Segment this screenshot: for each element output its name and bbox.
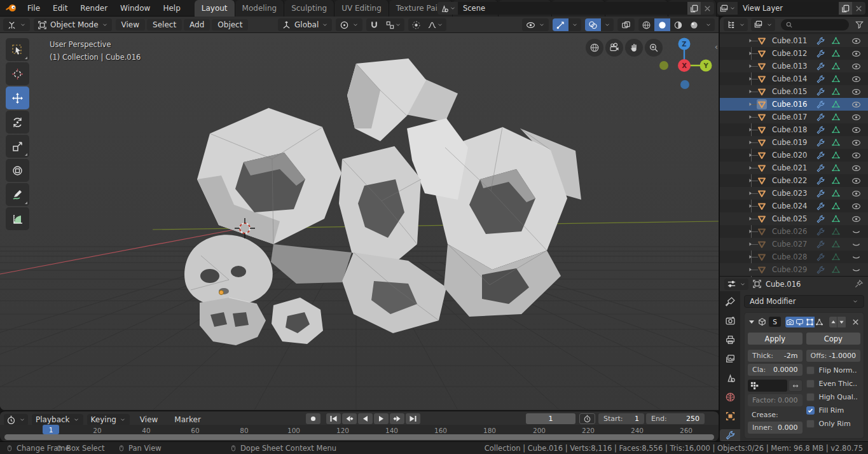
modifier-wrench-icon[interactable] xyxy=(816,240,825,249)
workspace-tab[interactable]: UV Editing xyxy=(334,0,389,17)
snap-settings-dropdown[interactable] xyxy=(382,18,404,31)
modifier-wrench-icon[interactable] xyxy=(816,176,825,186)
timeline-marker-menu[interactable]: Marker xyxy=(168,413,207,426)
current-frame-field[interactable]: 1 xyxy=(526,413,575,424)
topbar-menu-item[interactable]: Window xyxy=(114,2,156,15)
mesh-data-icon[interactable] xyxy=(831,36,841,46)
scene-new-button[interactable] xyxy=(687,2,701,15)
mesh-data-icon[interactable] xyxy=(831,202,841,211)
overlays-settings-dropdown[interactable] xyxy=(601,18,614,31)
snap-toggle[interactable] xyxy=(366,18,382,31)
modifier-wrench-icon[interactable] xyxy=(816,49,825,58)
visibility-dropdown[interactable] xyxy=(522,18,549,31)
tool-annotate[interactable] xyxy=(6,183,29,206)
outliner-row[interactable]: Cube.023 xyxy=(720,187,868,200)
visibility-eye-icon[interactable] xyxy=(851,151,861,160)
outliner-row[interactable]: Cube.018 xyxy=(720,123,868,136)
visibility-eye-icon[interactable] xyxy=(851,100,861,109)
modifier-render-toggle[interactable] xyxy=(785,317,795,327)
tab-tool[interactable] xyxy=(720,296,740,308)
expand-arrow-icon[interactable] xyxy=(747,254,754,260)
modifier-checkbox[interactable]: Even Thic.. xyxy=(806,377,861,390)
add-modifier-dropdown[interactable]: Add Modifier xyxy=(744,295,864,308)
next-keyframe-button[interactable] xyxy=(390,413,404,424)
visibility-eye-closed-icon[interactable] xyxy=(851,227,861,237)
mesh-data-icon[interactable] xyxy=(831,100,841,109)
checkbox-box[interactable] xyxy=(806,406,815,415)
modifier-wrench-icon[interactable] xyxy=(816,87,825,97)
visibility-eye-icon[interactable] xyxy=(851,36,861,46)
modifier-checkbox[interactable]: Flip Norm.. xyxy=(806,364,861,377)
tool-transform[interactable] xyxy=(6,159,29,182)
offset-field[interactable]: Offs: -1.0000 xyxy=(806,350,861,362)
timeline-editor-type-button[interactable] xyxy=(4,414,28,425)
modifier-wrench-icon[interactable] xyxy=(816,202,825,211)
tool-move[interactable] xyxy=(6,86,29,109)
timeline-ruler[interactable]: 20406080100120140160180200220240260 1 xyxy=(0,425,719,441)
tab-world[interactable] xyxy=(720,391,740,403)
visibility-eye-icon[interactable] xyxy=(851,49,861,58)
viewport-menu-item[interactable]: Add xyxy=(184,19,210,31)
tab-object[interactable] xyxy=(720,410,740,422)
mesh-data-icon[interactable] xyxy=(831,252,841,262)
expand-arrow-icon[interactable] xyxy=(747,228,754,235)
shading-wireframe-button[interactable] xyxy=(638,18,654,31)
gizmo-minus-y-ball[interactable] xyxy=(659,61,668,70)
visibility-eye-icon[interactable] xyxy=(851,138,861,148)
visibility-eye-icon[interactable] xyxy=(851,74,861,84)
outliner-row[interactable]: Cube.014 xyxy=(720,72,868,85)
mesh-data-icon[interactable] xyxy=(831,74,841,84)
vertex-group-field[interactable] xyxy=(748,380,787,392)
scene-unlink-button[interactable] xyxy=(701,2,714,15)
modifier-wrench-icon[interactable] xyxy=(816,74,825,84)
view-layer-new-button[interactable] xyxy=(839,2,852,15)
outliner-row[interactable]: Cube.027 xyxy=(720,238,868,251)
use-preview-range-button[interactable] xyxy=(579,413,595,424)
previous-keyframe-button[interactable] xyxy=(342,413,357,424)
current-frame-marker[interactable]: 1 xyxy=(43,425,59,434)
viewport-menu-item[interactable]: View xyxy=(116,19,145,31)
checkbox-box[interactable] xyxy=(806,420,815,428)
3d-viewport[interactable]: User Perspective (1) Collection | Cube.0… xyxy=(0,33,719,410)
modifier-wrench-icon[interactable] xyxy=(816,151,825,160)
tool-cursor[interactable] xyxy=(6,62,29,85)
expand-arrow-icon[interactable] xyxy=(747,127,754,133)
outliner-search-input[interactable] xyxy=(781,19,849,31)
viewport-menu-item[interactable]: Select xyxy=(147,19,182,31)
visibility-eye-icon[interactable] xyxy=(851,62,861,71)
workspace-tab[interactable]: Sculpting xyxy=(284,0,334,17)
camera-view-button[interactable] xyxy=(605,39,623,57)
expand-arrow-icon[interactable] xyxy=(747,190,754,196)
play-button[interactable] xyxy=(374,413,389,424)
collapse-triangle-icon[interactable] xyxy=(749,320,754,324)
outliner-row[interactable]: Cube.021 xyxy=(720,162,868,174)
modifier-wrench-icon[interactable] xyxy=(816,163,825,173)
mesh-data-icon[interactable] xyxy=(831,113,841,122)
mesh-data-icon[interactable] xyxy=(831,176,841,186)
shading-rendered-button[interactable] xyxy=(686,18,702,31)
modifier-checkbox[interactable]: Only Rim xyxy=(806,417,861,430)
workspace-tab[interactable]: Modeling xyxy=(235,0,285,17)
outliner-row[interactable]: Cube.020 xyxy=(720,149,868,162)
keying-dropdown[interactable]: Keying xyxy=(87,414,130,425)
outliner-row[interactable]: Cube.028 xyxy=(720,251,868,263)
expand-arrow-icon[interactable] xyxy=(747,88,754,95)
tool-select-box[interactable] xyxy=(6,38,29,61)
thickness-field[interactable]: Thick: -2m xyxy=(748,350,803,362)
checkbox-box[interactable] xyxy=(806,366,815,375)
expand-arrow-icon[interactable] xyxy=(747,63,754,69)
modifier-wrench-icon[interactable] xyxy=(816,189,825,198)
move-modifier-down-button[interactable] xyxy=(837,317,846,327)
outliner-row[interactable]: Cube.012 xyxy=(720,47,868,60)
shading-solid-button[interactable] xyxy=(654,18,670,31)
region-collapse-arrow[interactable]: ‹ xyxy=(715,42,718,52)
mesh-data-icon[interactable] xyxy=(831,240,841,249)
mesh-data-icon[interactable] xyxy=(831,87,841,97)
modifier-wrench-icon[interactable] xyxy=(816,113,825,122)
outliner-row[interactable]: Cube.024 xyxy=(720,200,868,212)
show-gizmo-toggle[interactable] xyxy=(553,18,568,31)
mode-dropdown[interactable]: Object Mode xyxy=(34,18,112,31)
outliner-row[interactable]: Cube.025 xyxy=(720,212,868,225)
viewport-menu-item[interactable]: Object xyxy=(212,19,248,31)
filter-funnel-icon[interactable] xyxy=(855,20,864,29)
